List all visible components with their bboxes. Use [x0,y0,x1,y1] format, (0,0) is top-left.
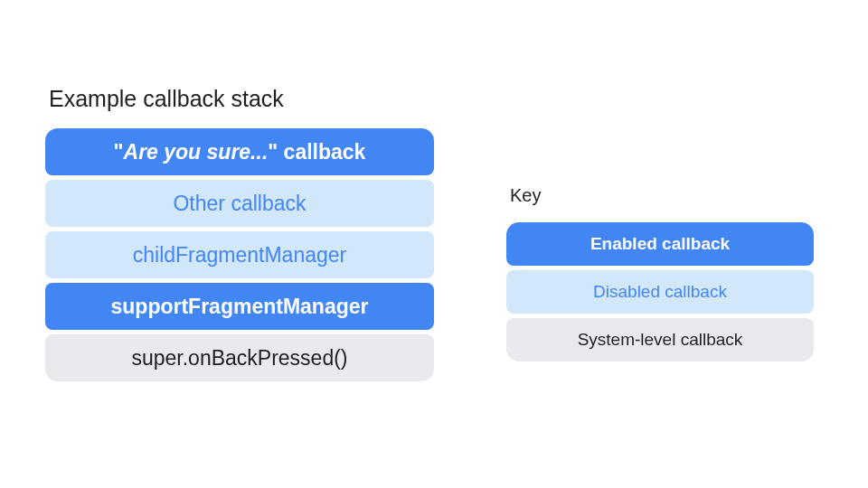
legend-title: Key [506,185,814,206]
stack-item-suffix: " callback [268,140,365,164]
stack-item-other: Other callback [45,180,434,227]
diagram-root: Example callback stack "Are you sure..."… [0,0,868,381]
stack-item-label: Other callback [173,192,306,216]
legend-section: Key Enabled callback Disabled callback S… [506,185,814,381]
callback-stack: "Are you sure..." callback Other callbac… [45,128,434,381]
legend-disabled: Disabled callback [506,270,814,314]
stack-item-label: supportFragmentManager [111,295,369,319]
legend-label: Enabled callback [590,234,730,254]
stack-item-child-fragment: childFragmentManager [45,231,434,278]
stack-item-prefix: " [114,140,124,164]
stack-item-italic: Are you sure... [124,140,269,164]
legend-list: Enabled callback Disabled callback Syste… [506,222,814,361]
stack-item-super-back: super.onBackPressed() [45,334,434,381]
legend-label: Disabled callback [593,282,727,302]
stack-item-are-you-sure: "Are you sure..." callback [45,128,434,175]
legend-enabled: Enabled callback [506,222,814,266]
stack-title: Example callback stack [45,86,434,112]
stack-item-label: super.onBackPressed() [131,346,347,371]
callback-stack-section: Example callback stack "Are you sure..."… [45,86,434,381]
legend-system: System-level callback [506,318,814,361]
stack-item-support-fragment: supportFragmentManager [45,283,434,330]
legend-label: System-level callback [578,330,743,350]
stack-item-label: childFragmentManager [133,243,347,267]
